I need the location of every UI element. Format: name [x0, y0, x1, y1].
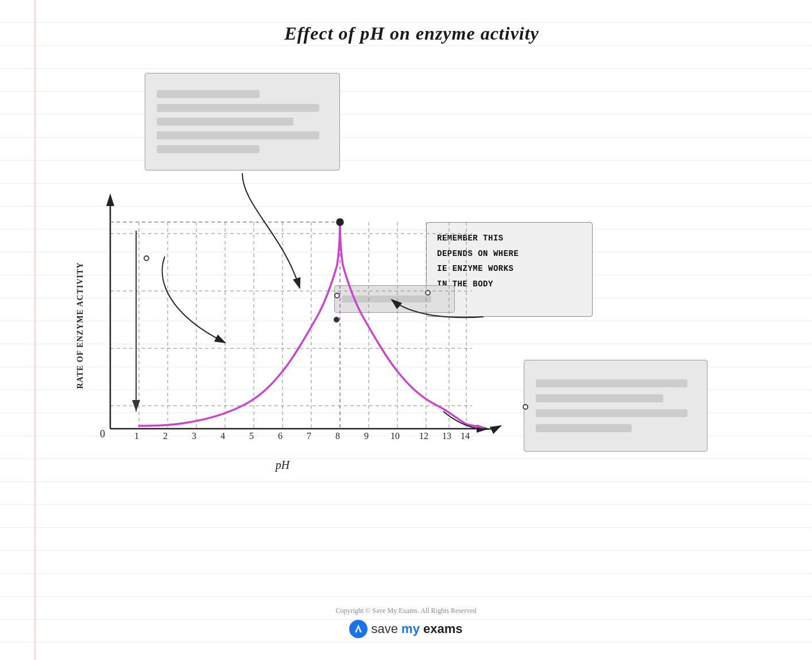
diagram-area: REMEMBER THIS DEPENDS ON WHERE IE ENZYME… [53, 61, 771, 578]
svg-text:13: 13 [442, 431, 451, 441]
callout-right [524, 360, 707, 452]
copyright-text: Copyright © Save My Exams. All Rights Re… [0, 607, 812, 615]
svg-text:4: 4 [221, 431, 225, 441]
callout-top-left [145, 73, 340, 170]
svg-text:7: 7 [307, 431, 311, 441]
svg-marker-18 [106, 193, 114, 206]
page-title: Effect of pH on enzyme activity [46, 23, 778, 44]
redacted-line-1 [157, 90, 260, 98]
svg-text:12: 12 [419, 431, 428, 441]
svg-text:RATE OF ENZYME ACTIVITY: RATE OF ENZYME ACTIVITY [76, 262, 84, 389]
right-redacted-2 [536, 394, 663, 402]
svg-text:8: 8 [335, 431, 340, 441]
svg-text:2: 2 [163, 431, 168, 441]
svg-point-38 [337, 219, 343, 226]
redacted-line-4 [157, 131, 319, 139]
svg-text:pH: pH [274, 459, 291, 472]
logo-exams: exams [420, 622, 463, 636]
svg-text:14: 14 [461, 431, 470, 441]
redacted-line-5 [157, 145, 260, 153]
right-redacted-3 [536, 409, 687, 417]
redacted-line-3 [157, 118, 293, 126]
svg-text:3: 3 [192, 431, 196, 441]
svg-text:5: 5 [249, 431, 254, 441]
svg-text:6: 6 [278, 431, 283, 441]
svg-text:9: 9 [364, 431, 369, 441]
right-redacted-1 [536, 379, 687, 387]
redacted-line-2 [157, 104, 319, 112]
footer: Copyright © Save My Exams. All Rights Re… [0, 601, 812, 655]
svg-text:1: 1 [134, 431, 139, 441]
logo-my: my [401, 622, 420, 636]
svg-text:10: 10 [390, 431, 400, 441]
logo-text: save my exams [371, 622, 462, 636]
logo-icon [349, 620, 368, 638]
chart-svg: 0 1 2 3 4 5 6 7 8 9 10 12 13 14 pH RATE … [70, 165, 529, 543]
content-area: Effect of pH on enzyme activity REMEMBER… [0, 0, 812, 601]
logo: save my exams [0, 620, 812, 638]
page: Effect of pH on enzyme activity REMEMBER… [0, 0, 812, 660]
right-redacted-4 [536, 424, 632, 432]
svg-text:0: 0 [100, 428, 105, 440]
logo-save: save [371, 622, 401, 636]
